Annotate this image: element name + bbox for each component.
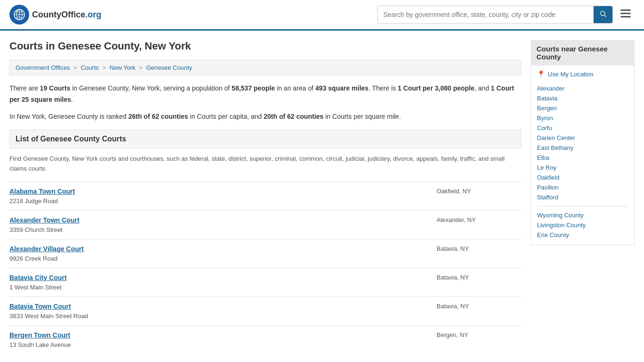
- court-left: Alexander Town Court 3359 Church Street: [9, 216, 427, 233]
- search-button[interactable]: [594, 6, 612, 23]
- breadcrumb: Government Offices > Courts > New York >…: [9, 60, 521, 75]
- breadcrumb-ny[interactable]: New York: [109, 64, 135, 71]
- area: 493 square miles: [315, 84, 369, 92]
- court-left: Alexander Village Court 9926 Creek Road: [9, 245, 427, 262]
- section-header: List of Genesee County Courts: [9, 130, 521, 148]
- courts-count: 19 Courts: [40, 84, 71, 92]
- court-item: Alexander Town Court 3359 Church Street …: [9, 210, 521, 239]
- svg-point-6: [17, 11, 17, 12]
- search-input[interactable]: [378, 7, 594, 22]
- court-left: Batavia City Court 1 West Main Street: [9, 274, 427, 291]
- section-desc: Find Genesee County, New York courts and…: [9, 154, 521, 174]
- sidebar-city-link[interactable]: Oakfield: [537, 173, 628, 182]
- court-left: Bergen Town Court 13 South Lake Avenue: [9, 331, 427, 348]
- svg-rect-10: [620, 13, 631, 14]
- svg-rect-11: [620, 16, 631, 17]
- sidebar-county-link[interactable]: Livingston County: [537, 220, 628, 230]
- logo-area: CountyOffice.org: [9, 5, 101, 25]
- court-address: 9926 Creek Road: [9, 255, 58, 262]
- search-area: [377, 6, 613, 24]
- court-list: Alabama Town Court 2218 Judge Road Oakfi…: [9, 181, 521, 354]
- sidebar-links-group2: Wyoming CountyLivingston CountyErie Coun…: [537, 210, 628, 240]
- location-icon: 📍: [537, 70, 545, 78]
- court-item: Alexander Village Court 9926 Creek Road …: [9, 239, 521, 268]
- logo-icon: [9, 5, 29, 25]
- court-address: 3833 West Main Street Road: [9, 313, 88, 320]
- sidebar-county-link[interactable]: Wyoming County: [537, 210, 628, 220]
- use-location-button[interactable]: 📍 Use My Location: [537, 70, 628, 78]
- court-address: 13 South Lake Avenue: [9, 341, 71, 348]
- court-city: Batavia, NY: [427, 303, 521, 310]
- court-name-link[interactable]: Batavia Town Court: [9, 303, 427, 310]
- svg-point-7: [601, 11, 605, 16]
- court-city: Bergen, NY: [427, 331, 521, 338]
- court-item: Bergen Town Court 13 South Lake Avenue B…: [9, 325, 521, 354]
- sidebar-city-link[interactable]: Elba: [537, 153, 628, 163]
- content-area: Courts in Genesee County, New York Gover…: [9, 40, 521, 354]
- sidebar-city-link[interactable]: Stafford: [537, 192, 628, 202]
- court-name-link[interactable]: Alexander Town Court: [9, 216, 427, 224]
- court-city: Oakfield, NY: [427, 188, 521, 195]
- court-address: 2218 Judge Road: [9, 197, 58, 205]
- court-name-link[interactable]: Alabama Town Court: [9, 188, 427, 195]
- sidebar-city-link[interactable]: Le Roy: [537, 163, 628, 173]
- sidebar-city-link[interactable]: Byron: [537, 113, 628, 123]
- breadcrumb-gov-offices[interactable]: Government Offices: [16, 64, 70, 71]
- svg-line-8: [604, 15, 606, 17]
- court-name-link[interactable]: Alexander Village Court: [9, 245, 427, 253]
- sidebar-content: 📍 Use My Location AlexanderBataviaBergen…: [531, 66, 635, 245]
- court-name-link[interactable]: Bergen Town Court: [9, 331, 427, 339]
- main-content: Courts in Genesee County, New York Gover…: [0, 31, 644, 362]
- sidebar-separator: [537, 206, 628, 206]
- court-city: Batavia, NY: [427, 245, 521, 252]
- use-location-label: Use My Location: [548, 71, 594, 78]
- per-capita: 1 Court per 3,080 people: [398, 84, 475, 92]
- rank1: 26th of 62 counties: [128, 113, 188, 120]
- sidebar-city-link[interactable]: Pavilion: [537, 182, 628, 192]
- svg-rect-9: [620, 9, 631, 11]
- court-address: 1 West Main Street: [9, 284, 61, 291]
- court-left: Alabama Town Court 2218 Judge Road: [9, 188, 427, 205]
- menu-button[interactable]: [617, 7, 635, 23]
- sidebar-city-link[interactable]: Corfu: [537, 123, 628, 133]
- logo-text: CountyOffice.org: [32, 10, 101, 20]
- breadcrumb-sep-1: >: [74, 64, 79, 71]
- court-address: 3359 Church Street: [9, 226, 63, 233]
- breadcrumb-sep-3: >: [139, 64, 144, 71]
- header: CountyOffice.org: [0, 0, 644, 31]
- sidebar-city-link[interactable]: Alexander: [537, 83, 628, 93]
- rank2: 20th of 62 counties: [264, 113, 323, 120]
- court-item: Batavia City Court 1 West Main Street Ba…: [9, 268, 521, 296]
- sidebar-county-link[interactable]: Erie County: [537, 230, 628, 240]
- sidebar-links-group1: AlexanderBataviaBergenByronCorfuDarien C…: [537, 83, 628, 202]
- court-city: Batavia, NY: [427, 274, 521, 281]
- court-left: Batavia Town Court 3833 West Main Street…: [9, 303, 427, 320]
- sidebar: Courts near Genesee County 📍 Use My Loca…: [531, 40, 635, 354]
- sidebar-city-link[interactable]: Batavia: [537, 93, 628, 103]
- population: 58,537 people: [231, 84, 275, 92]
- court-city: Alexander, NY: [427, 216, 521, 223]
- breadcrumb-sep-2: >: [102, 64, 107, 71]
- sidebar-city-link[interactable]: Darien Center: [537, 133, 628, 143]
- court-item: Batavia Town Court 3833 West Main Street…: [9, 296, 521, 325]
- sidebar-header: Courts near Genesee County: [531, 40, 635, 66]
- court-item: Alabama Town Court 2218 Judge Road Oakfi…: [9, 181, 521, 210]
- header-right: [377, 6, 635, 24]
- sidebar-city-link[interactable]: East Bethany: [537, 143, 628, 153]
- court-name-link[interactable]: Batavia City Court: [9, 274, 427, 281]
- page-title: Courts in Genesee County, New York: [9, 40, 521, 52]
- breadcrumb-genesee[interactable]: Genesee County: [146, 64, 192, 71]
- summary-text: There are 19 Courts in Genesee County, N…: [9, 83, 521, 106]
- sidebar-city-link[interactable]: Bergen: [537, 103, 628, 113]
- rank-text: In New York, Genesee County is ranked 26…: [9, 111, 521, 123]
- breadcrumb-courts[interactable]: Courts: [81, 64, 99, 71]
